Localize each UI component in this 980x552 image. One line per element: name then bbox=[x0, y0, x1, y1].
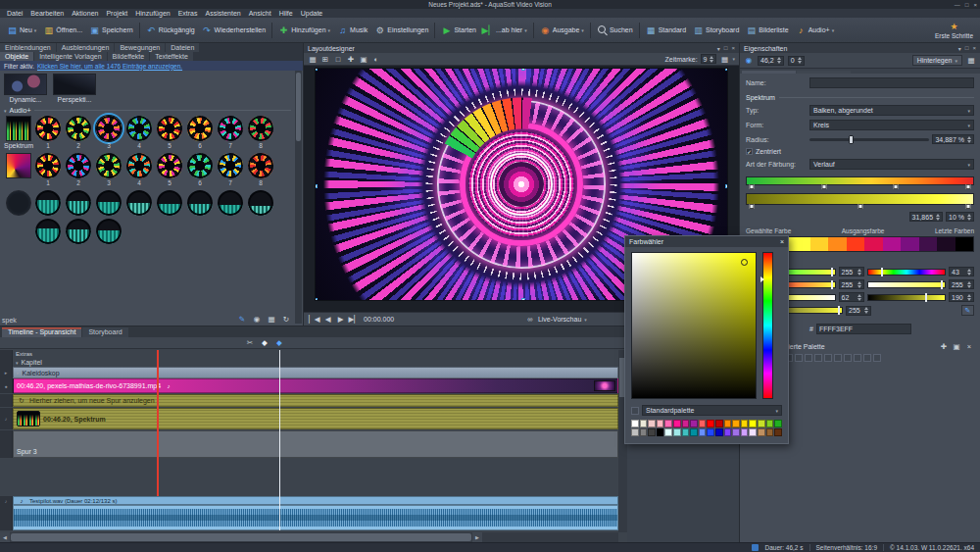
saturation-value-field[interactable] bbox=[631, 252, 757, 399]
custom-palette-slot[interactable] bbox=[814, 354, 822, 362]
tab-bildeffekte[interactable]: Bildeffekte bbox=[108, 52, 150, 61]
extras-track-label[interactable]: Extras bbox=[13, 350, 35, 358]
color-strip-segment[interactable] bbox=[828, 237, 846, 251]
palette-swatch[interactable] bbox=[682, 420, 690, 427]
palette-swatch[interactable] bbox=[664, 428, 672, 436]
toolbar-button-audioplus[interactable]: ♪Audio+▾ bbox=[793, 22, 838, 38]
close-button[interactable]: × bbox=[973, 2, 977, 8]
toolbar-button-rueckgaengig[interactable]: ↶Rückgängig bbox=[143, 22, 198, 38]
preset-thumbnail[interactable] bbox=[248, 116, 273, 141]
designer-tool-icon[interactable]: ⊞ bbox=[320, 54, 330, 64]
preset-thumbnail[interactable] bbox=[96, 219, 122, 244]
audio-section-header[interactable]: ▾ Audio+ bbox=[4, 107, 291, 114]
toolbar-button-neu[interactable]: ▤Neu▾ bbox=[4, 22, 39, 38]
track-gutter[interactable]: ♪ bbox=[0, 496, 13, 505]
selection-handle[interactable] bbox=[521, 69, 525, 71]
preset-thumbnail[interactable] bbox=[187, 116, 213, 141]
playback-icon[interactable]: ▏◀ bbox=[309, 315, 320, 325]
panel-close-icon[interactable]: × bbox=[972, 45, 976, 52]
preset-thumbnail[interactable] bbox=[35, 116, 61, 141]
preset-dark-circle[interactable] bbox=[2, 190, 35, 217]
erste-schritte-button[interactable]: ★ Erste Schritte bbox=[935, 21, 976, 39]
chapter-object[interactable]: ▸ Kaleidoskop bbox=[13, 367, 618, 378]
color-strip-segment[interactable] bbox=[919, 237, 937, 251]
toolbar-button-standard[interactable]: ▦Standard bbox=[643, 22, 689, 38]
custom-palette-slot[interactable] bbox=[795, 354, 803, 362]
scroll-right-arrow[interactable]: ▶ bbox=[472, 532, 482, 542]
pick-color-button[interactable]: ✎ bbox=[961, 305, 974, 316]
playback-icon[interactable]: ▶▏ bbox=[349, 315, 361, 325]
preset-thumbnail[interactable] bbox=[218, 190, 243, 216]
preset-thumbnail[interactable] bbox=[96, 153, 122, 178]
template-thumbnail-dynamic[interactable]: Dynamic... bbox=[4, 74, 47, 103]
preset-thumbnail[interactable] bbox=[157, 116, 182, 141]
panel-float-icon[interactable]: □ bbox=[965, 45, 969, 52]
tab-texteffekte[interactable]: Texteffekte bbox=[150, 52, 193, 61]
palette-swatch[interactable] bbox=[758, 420, 765, 427]
marker-icon[interactable]: ◆ bbox=[260, 338, 270, 348]
tab-dateien[interactable]: Dateien bbox=[166, 43, 199, 52]
preset-spektrum-color[interactable] bbox=[2, 153, 35, 188]
refresh-icon[interactable]: ↻ bbox=[281, 314, 291, 324]
preset-thumbnail[interactable] bbox=[126, 116, 152, 141]
hue-marker[interactable] bbox=[760, 276, 764, 282]
palette-swatch[interactable] bbox=[673, 428, 681, 436]
track-gutter[interactable]: ● bbox=[0, 378, 13, 393]
preset-spektrum[interactable]: Spektrum bbox=[2, 116, 35, 151]
palette-swatch[interactable] bbox=[657, 420, 664, 427]
menu-item[interactable]: Datei bbox=[3, 10, 26, 17]
menu-item[interactable]: Projekt bbox=[102, 10, 131, 17]
preset-thumbnail[interactable] bbox=[66, 190, 91, 216]
gradient-stop-handle[interactable] bbox=[821, 184, 826, 189]
preset-thumbnail[interactable] bbox=[35, 153, 61, 178]
custom-palette-slot[interactable] bbox=[854, 354, 861, 362]
designer-tool-icon[interactable]: ▣ bbox=[359, 54, 368, 64]
panel-grid-icon[interactable]: ▦ bbox=[966, 56, 976, 66]
preset-thumbnail[interactable] bbox=[248, 190, 273, 216]
selection-handle[interactable] bbox=[725, 69, 727, 71]
palette-swatch[interactable] bbox=[766, 428, 774, 436]
palette-swatch[interactable] bbox=[774, 428, 782, 436]
playback-icon[interactable]: ◀ bbox=[323, 315, 333, 325]
kapitel-track-header[interactable]: ▾ Kapitel bbox=[13, 358, 45, 367]
playback-icon[interactable]: ▶ bbox=[336, 315, 346, 325]
menu-item[interactable]: Extras bbox=[174, 10, 202, 17]
tab-intelligente-vorlagen[interactable]: Intelligente Vorlagen bbox=[34, 52, 106, 61]
palette-add-icon[interactable]: ✚ bbox=[939, 341, 949, 351]
scroll-left-arrow[interactable]: ◀ bbox=[0, 532, 10, 542]
palette-swatch[interactable] bbox=[707, 420, 714, 427]
palette-select[interactable]: Standardpalette ▾ bbox=[642, 405, 782, 416]
selection-handle[interactable] bbox=[316, 69, 318, 71]
left-panel-scrollbar[interactable] bbox=[295, 71, 302, 324]
playhead[interactable]: ◆ bbox=[279, 350, 280, 530]
video-object[interactable]: 00:46.20, pexels-mathias-de-rivo-6738991… bbox=[13, 378, 618, 393]
palette-swatch[interactable] bbox=[631, 428, 639, 436]
tab-ausblendungen[interactable]: Ausblendungen bbox=[57, 43, 115, 52]
palette-delete-icon[interactable]: × bbox=[964, 341, 974, 351]
preset-thumbnail[interactable] bbox=[96, 190, 122, 216]
color-strip-segment[interactable] bbox=[810, 237, 828, 251]
designer-tool-icon[interactable]: ◐ bbox=[371, 54, 381, 64]
preset-thumbnail[interactable] bbox=[218, 153, 243, 178]
designer-tool-icon[interactable]: □ bbox=[333, 54, 343, 64]
track-gutter[interactable] bbox=[0, 430, 13, 458]
track-gutter[interactable] bbox=[0, 505, 13, 530]
palette-swatch[interactable] bbox=[732, 420, 740, 427]
toolbar-button-speichern[interactable]: ▣Speichern bbox=[86, 22, 136, 38]
menu-item[interactable]: Assistenten bbox=[202, 10, 245, 17]
empty-track-spur3[interactable]: Spur 3 bbox=[13, 430, 618, 458]
palette-swatch[interactable] bbox=[758, 428, 765, 436]
track-gutter[interactable]: ♪ bbox=[0, 408, 13, 429]
form-select[interactable]: Kreis ▾ bbox=[809, 120, 974, 130]
scissors-icon[interactable]: ✂ bbox=[245, 338, 255, 348]
grid-view-icon[interactable]: ▦ bbox=[267, 314, 276, 324]
designer-tool-icon[interactable]: ▦ bbox=[308, 54, 318, 64]
custom-palette-slot[interactable] bbox=[863, 354, 871, 362]
menu-item[interactable]: Bearbeiten bbox=[26, 10, 68, 17]
panel-float-icon[interactable]: □ bbox=[724, 45, 728, 52]
radius-spinner[interactable]: 34,887 % bbox=[932, 134, 974, 144]
preset-thumbnail[interactable] bbox=[187, 153, 213, 178]
html-code-input[interactable] bbox=[816, 324, 911, 334]
hue-mini-slider[interactable] bbox=[867, 269, 947, 276]
gradient-stop-handle[interactable] bbox=[966, 184, 971, 189]
